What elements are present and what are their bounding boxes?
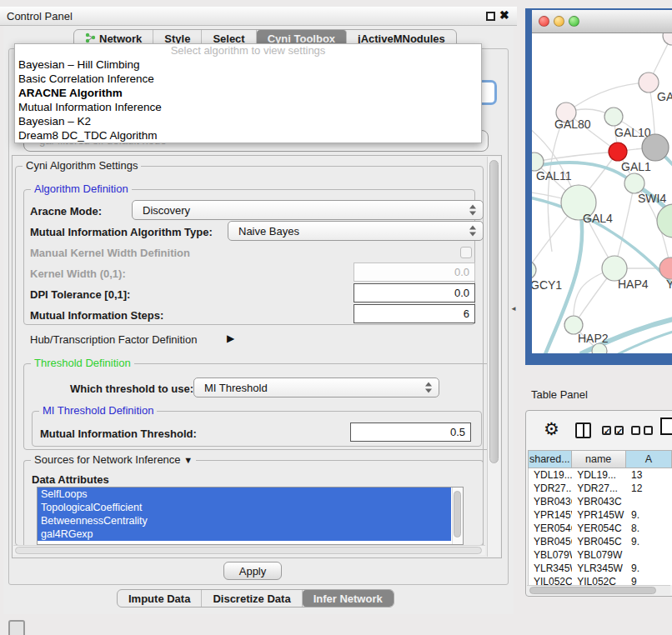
network-edge[interactable]	[534, 152, 618, 162]
table-cell: YDR27...	[572, 482, 626, 495]
algorithm-option[interactable]: Dream8 DC_TDC Algorithm	[15, 128, 481, 142]
zoom-traffic-light-icon[interactable]	[569, 16, 579, 27]
float-window-icon[interactable]	[486, 12, 495, 21]
table-cell: 9	[626, 575, 672, 585]
panel-divider-arrow-icon[interactable]: ◄	[510, 305, 517, 312]
mi-threshold-group-title: MI Threshold Definition	[39, 404, 157, 417]
table-cell: 9.	[626, 508, 672, 522]
node-label: GAL	[657, 90, 672, 103]
table-row[interactable]: YBL079WYBL079W	[529, 548, 672, 562]
which-threshold-combo[interactable]: MI Threshold	[193, 378, 439, 398]
close-traffic-light-icon[interactable]	[539, 16, 549, 27]
table-settings-gear-icon[interactable]: ⚙	[544, 419, 559, 439]
kernel-width-field[interactable]: 0.0	[354, 262, 475, 282]
table-hscrollbar-thumb[interactable]	[529, 587, 656, 594]
dpi-tolerance-field[interactable]: 0.0	[354, 283, 475, 302]
network-edge[interactable]	[566, 82, 649, 112]
tab-label: Infer Network	[313, 592, 383, 605]
partial-corner-icon[interactable]	[8, 620, 25, 635]
column-selector-icon[interactable]	[575, 422, 591, 438]
node-label: GAL1	[621, 160, 651, 173]
unchecked-box-icon[interactable]	[644, 426, 653, 435]
tab-infer-network[interactable]: Infer Network	[303, 590, 394, 607]
column-header[interactable]: name	[572, 450, 626, 468]
table-row[interactable]: YBR045CYBR045C9.	[529, 535, 672, 548]
network-node[interactable]	[609, 142, 627, 161]
attribute-item[interactable]: TopologicalCoefficient	[38, 501, 451, 514]
apply-button[interactable]: Apply	[223, 562, 282, 580]
manual-kernel-checkbox[interactable]	[460, 247, 472, 258]
checked-box-icon[interactable]: ✓	[602, 426, 611, 435]
minimize-traffic-light-icon[interactable]	[554, 16, 564, 27]
combo-spinner-icon	[425, 382, 433, 393]
table-row[interactable]: YPR145WYPR145W9.	[529, 508, 672, 522]
network-node[interactable]	[592, 343, 607, 353]
network-node[interactable]	[624, 173, 644, 193]
table-rows[interactable]: YDL19...YDL19...13YDR27...YDR27...12YBR0…	[528, 468, 672, 585]
table-cell: 13	[626, 468, 672, 482]
aracne-mode-combo[interactable]: Discovery	[132, 200, 484, 220]
kernel-width-label: Kernel Width (0,1):	[30, 268, 126, 280]
mi-type-value: Naive Bayes	[238, 225, 299, 238]
algorithm-option[interactable]: Bayesian – Hill Climbing	[15, 58, 481, 72]
network-edge[interactable]	[614, 183, 634, 268]
network-window-titlebar[interactable]	[532, 10, 672, 33]
table-cell: YBR043C	[572, 495, 626, 508]
algorithm-option[interactable]: ARACNE Algorithm	[15, 86, 481, 100]
tab-discretize-data[interactable]: Discretize Data	[202, 590, 302, 607]
tab-label: Discretize Data	[213, 592, 290, 605]
table-cell: 9.	[626, 535, 672, 548]
application-window: Control Panel ✖ NetworkStyleSelectCyni T…	[0, 0, 672, 635]
checked-box-icon[interactable]: ✓	[614, 426, 624, 435]
algorithm-prompt: Select algorithm to view settings	[15, 44, 481, 58]
document-icon[interactable]	[660, 418, 672, 435]
network-node[interactable]	[639, 72, 659, 92]
settings-vscrollbar-thumb[interactable]	[489, 160, 499, 463]
network-edge[interactable]	[532, 197, 672, 288]
table-row[interactable]: YIL052CYIL052C9	[529, 575, 672, 585]
unchecked-box-icon[interactable]	[631, 426, 640, 435]
attribute-item[interactable]: BetweennessCentrality	[38, 514, 451, 528]
network-node[interactable]	[659, 258, 672, 279]
table-cell: YBR043C	[529, 495, 572, 508]
network-node[interactable]	[663, 33, 672, 45]
table-row[interactable]: YLR345WYLR345W9.	[529, 562, 672, 575]
column-header[interactable]: shared...	[528, 450, 572, 468]
mi-threshold-field[interactable]: 0.5	[350, 422, 471, 442]
attribute-item[interactable]: SelfLoops	[38, 488, 451, 501]
table-row[interactable]: YBR043CYBR043C	[529, 495, 672, 508]
node-label: HAP4	[618, 278, 649, 291]
node-label: GAL11	[536, 169, 572, 182]
expand-arrow-icon[interactable]: ▶	[227, 332, 234, 344]
node-label: Y	[666, 278, 672, 291]
manual-kernel-label: Manual Kernel Width Definition	[30, 247, 190, 259]
mi-steps-field[interactable]: 6	[354, 304, 475, 323]
column-header[interactable]: A	[626, 450, 672, 468]
attribute-item[interactable]: gal4RGexp	[38, 528, 451, 541]
attributes-scrollbar-thumb[interactable]	[454, 491, 461, 538]
network-node[interactable]	[642, 134, 669, 161]
mi-type-combo[interactable]: Naive Bayes	[228, 221, 484, 241]
tab-impute-data[interactable]: Impute Data	[118, 590, 202, 607]
data-attributes-label: Data Attributes	[32, 473, 109, 486]
close-panel-icon[interactable]: ✖	[499, 8, 509, 22]
collapse-arrow-icon[interactable]: ▼	[183, 455, 193, 465]
network-canvas[interactable]: GALGAL80GAL10GAL1GAL11SWI4GAL4GCY1HAP4YH…	[532, 33, 672, 353]
network-node[interactable]	[604, 108, 623, 126]
tab-label: Impute Data	[128, 592, 190, 605]
table-row[interactable]: YDL19...YDL19...13	[529, 468, 672, 482]
table-cell	[626, 495, 672, 508]
sources-group-title: Sources for Network Inference ▼	[31, 453, 196, 466]
algorithm-option[interactable]: Mutual Information Inference	[15, 100, 481, 114]
table-cell: YIL052C	[529, 575, 572, 585]
table-row[interactable]: YER054CYER054C8.	[529, 522, 672, 535]
table-row[interactable]: YDR27...YDR27...12	[529, 482, 672, 495]
settings-hscrollbar-thumb[interactable]	[15, 547, 482, 554]
network-node[interactable]	[657, 204, 672, 238]
control-panel-title: Control Panel	[7, 10, 73, 22]
algorithm-option[interactable]: Basic Correlation Inference	[15, 72, 481, 86]
data-attributes-list[interactable]: SelfLoopsTopologicalCoefficientBetweenne…	[37, 487, 464, 545]
algorithm-option[interactable]: Bayesian – K2	[15, 114, 481, 128]
network-node[interactable]	[532, 261, 536, 279]
table-cell: YER054C	[572, 522, 626, 535]
